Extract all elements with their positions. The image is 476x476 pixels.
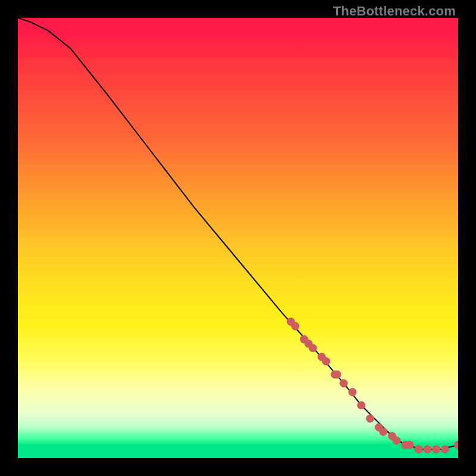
- highlight-dot: [415, 446, 422, 453]
- highlight-dot: [333, 371, 341, 378]
- highlight-dot: [393, 437, 400, 444]
- highlight-dots-group: [287, 318, 458, 453]
- chart-stage: TheBottleneck.com: [0, 0, 476, 476]
- highlight-dot: [433, 446, 440, 453]
- curve-line: [18, 18, 458, 449]
- highlight-dot: [322, 358, 330, 365]
- highlight-dot: [349, 389, 356, 396]
- chart-svg: [18, 18, 458, 458]
- highlight-dot: [309, 345, 317, 352]
- plot-area: [18, 18, 458, 458]
- highlight-dot: [367, 415, 374, 422]
- highlight-dot: [292, 322, 299, 330]
- highlight-dot: [424, 446, 431, 453]
- highlight-dot: [441, 446, 449, 453]
- highlight-dot: [380, 428, 387, 436]
- highlight-dot: [406, 441, 414, 449]
- highlight-dot: [340, 380, 347, 387]
- highlight-dot: [358, 402, 365, 409]
- watermark-text: TheBottleneck.com: [333, 4, 456, 19]
